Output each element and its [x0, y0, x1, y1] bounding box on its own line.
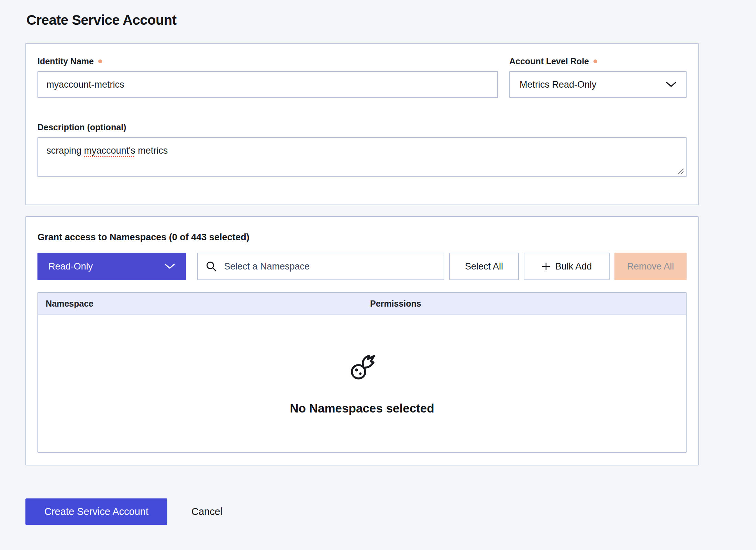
comet-icon	[346, 352, 378, 384]
resize-handle-icon[interactable]	[677, 168, 684, 175]
identity-name-field: Identity Name	[37, 56, 498, 98]
namespaces-card: Grant access to Namespaces (0 of 443 sel…	[25, 216, 699, 465]
namespaces-table: Namespace Permissions No Namespaces sele…	[37, 292, 687, 453]
description-textarea[interactable]: scraping myaccount's metrics	[37, 137, 687, 177]
page: Create Service Account Identity Name Acc…	[25, 0, 699, 525]
account-level-role-label: Account Level Role	[509, 56, 687, 66]
cancel-button[interactable]: Cancel	[191, 506, 222, 517]
select-all-button[interactable]: Select All	[449, 253, 519, 280]
plus-icon	[542, 262, 551, 271]
namespace-column-header: Namespace	[38, 299, 363, 309]
required-dot-icon	[98, 59, 102, 63]
permission-role-dropdown[interactable]: Read-Only	[37, 253, 186, 280]
identity-name-input[interactable]	[37, 71, 498, 98]
description-misspelled-word: myaccount's	[84, 145, 135, 156]
account-level-role-value: Metrics Read-Only	[520, 79, 597, 90]
empty-state-text: No Namespaces selected	[290, 402, 434, 415]
namespaces-table-header: Namespace Permissions	[38, 293, 686, 315]
form-actions: Create Service Account Cancel	[25, 498, 699, 525]
identity-card: Identity Name Account Level Role Metrics…	[25, 43, 699, 205]
description-field: Description (optional) scraping myaccoun…	[37, 122, 687, 177]
namespace-search	[197, 253, 444, 280]
permissions-column-header: Permissions	[363, 299, 686, 309]
create-service-account-button[interactable]: Create Service Account	[25, 498, 167, 525]
chevron-down-icon	[165, 264, 175, 269]
remove-all-button[interactable]: Remove All	[614, 253, 687, 280]
description-text-after: metrics	[135, 145, 168, 156]
permission-role-value: Read-Only	[48, 261, 93, 272]
required-dot-icon	[593, 59, 597, 63]
bulk-add-button[interactable]: Bulk Add	[524, 253, 610, 280]
chevron-down-icon	[666, 82, 676, 87]
identity-name-label: Identity Name	[37, 56, 498, 66]
search-icon	[205, 261, 217, 272]
namespace-search-input[interactable]	[223, 261, 436, 272]
account-level-role-select[interactable]: Metrics Read-Only	[509, 71, 687, 98]
namespaces-table-empty-state: No Namespaces selected	[38, 315, 686, 452]
namespaces-controls: Read-Only Select All Bulk Add	[37, 253, 687, 280]
description-text-before: scraping	[46, 145, 84, 156]
page-title: Create Service Account	[25, 0, 699, 43]
namespaces-heading: Grant access to Namespaces (0 of 443 sel…	[37, 232, 687, 242]
description-label: Description (optional)	[37, 122, 687, 132]
account-level-role-field: Account Level Role Metrics Read-Only	[509, 56, 687, 98]
